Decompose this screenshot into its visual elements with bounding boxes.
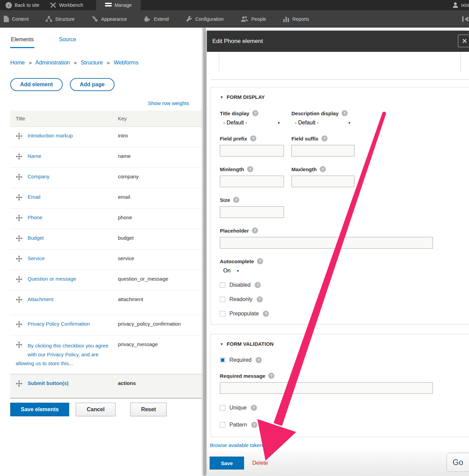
- element-title-link[interactable]: Name: [28, 153, 41, 159]
- user-menu[interactable]: ixisit: [447, 0, 469, 10]
- help-icon[interactable]: ?: [250, 135, 256, 142]
- menu-item-reports[interactable]: Reports: [277, 10, 315, 28]
- drag-handle-icon[interactable]: [16, 276, 22, 283]
- add-page-button[interactable]: Add page: [70, 78, 115, 91]
- show-row-weights-link[interactable]: Show row weights: [148, 100, 189, 106]
- element-key: budget: [118, 235, 202, 243]
- description-display-select[interactable]: - Default -▼: [291, 120, 354, 126]
- help-icon[interactable]: ?: [257, 258, 263, 264]
- element-title-link[interactable]: Question or message: [28, 276, 76, 282]
- element-title-link[interactable]: Introduction markup: [28, 133, 73, 138]
- element-title-link[interactable]: Submit button(s): [28, 380, 69, 386]
- menu-item-extend[interactable]: Extend: [138, 10, 175, 28]
- drag-handle-icon[interactable]: [16, 235, 22, 242]
- help-icon[interactable]: ?: [342, 110, 348, 116]
- help-icon[interactable]: ?: [247, 166, 253, 172]
- element-title-link[interactable]: Budget: [28, 235, 44, 241]
- tab-elements[interactable]: Elements: [10, 36, 34, 48]
- back-to-site-item[interactable]: ‹ Back to site: [0, 0, 45, 10]
- help-icon[interactable]: ?: [251, 405, 257, 411]
- workbench-item[interactable]: Workbench: [45, 0, 89, 10]
- help-icon[interactable]: ?: [252, 110, 258, 116]
- help-icon[interactable]: ?: [320, 166, 326, 172]
- breadcrumb-webforms[interactable]: Webforms: [114, 60, 139, 65]
- element-title-link[interactable]: By clicking this checkbox you agree with…: [16, 343, 108, 366]
- size-input[interactable]: [220, 206, 284, 218]
- element-title-link[interactable]: Attachment: [28, 296, 54, 302]
- browse-tokens-link[interactable]: Browse available tokens.: [210, 442, 267, 448]
- reports-chart-icon: [283, 16, 289, 22]
- field-suffix-input[interactable]: [291, 145, 354, 157]
- minlength-input[interactable]: [220, 176, 284, 187]
- breadcrumb-structure[interactable]: Structure: [81, 60, 103, 65]
- manage-tab[interactable]: Manage: [96, 0, 141, 10]
- drag-handle-icon[interactable]: [16, 341, 22, 357]
- required-checkbox[interactable]: [220, 357, 225, 363]
- element-title-link[interactable]: Email: [28, 194, 41, 200]
- scrollbar-thumb[interactable]: [203, 28, 206, 476]
- drag-handle-icon[interactable]: [16, 153, 22, 160]
- menu-item-content[interactable]: Content: [0, 10, 34, 28]
- form-display-header[interactable]: ▼ FORM DISPLAY: [220, 94, 469, 100]
- prepopulate-checkbox[interactable]: [220, 311, 225, 316]
- help-icon[interactable]: ?: [255, 282, 261, 288]
- required-message-label: Required message?: [220, 373, 433, 379]
- menu-item-structure[interactable]: Structure: [40, 10, 80, 28]
- drag-handle-icon[interactable]: [16, 133, 22, 139]
- tab-source[interactable]: Source: [58, 36, 77, 48]
- menu-item-label: Extend: [154, 16, 169, 22]
- table-header-row: Title Key: [10, 110, 202, 127]
- placeholder-input[interactable]: [220, 237, 433, 249]
- help-icon[interactable]: ?: [233, 197, 239, 203]
- element-title-link[interactable]: Phone: [28, 214, 42, 220]
- menu-item-appearance[interactable]: Appearance: [86, 10, 133, 28]
- menu-item-label: People: [251, 16, 266, 22]
- breadcrumb-home[interactable]: Home: [10, 60, 25, 65]
- autocomplete-select[interactable]: On▼: [220, 268, 243, 274]
- drag-handle-icon[interactable]: [16, 194, 22, 201]
- pattern-checkbox[interactable]: [220, 422, 225, 428]
- element-title-link[interactable]: Service: [28, 255, 45, 261]
- menu-item-configuration[interactable]: Configuration: [180, 10, 229, 28]
- disabled-checkbox[interactable]: [220, 282, 225, 288]
- required-message-input[interactable]: [220, 382, 433, 394]
- drag-handle-icon[interactable]: [16, 214, 22, 221]
- element-title-link[interactable]: Privacy Policy Confirmation: [28, 321, 90, 327]
- drag-handle-icon[interactable]: [16, 380, 22, 387]
- go-button[interactable]: Go: [447, 453, 469, 472]
- save-button[interactable]: Save: [210, 457, 244, 470]
- drag-handle-icon[interactable]: [16, 174, 22, 180]
- help-icon[interactable]: ?: [256, 357, 262, 363]
- menu-item-people[interactable]: People: [235, 10, 272, 28]
- toolbar-orientation-toggle[interactable]: [456, 10, 469, 28]
- help-icon[interactable]: ?: [252, 227, 258, 234]
- page-scrollbar[interactable]: [202, 28, 206, 476]
- reset-button[interactable]: Reset: [130, 403, 167, 416]
- drag-handle-icon[interactable]: [16, 255, 22, 262]
- form-validation-header[interactable]: ▼ FORM VALIDATION: [220, 341, 469, 347]
- pattern-label: Pattern: [229, 422, 247, 428]
- close-icon[interactable]: ×: [458, 34, 469, 47]
- element-title-link[interactable]: Company: [28, 174, 49, 179]
- field-prefix-input[interactable]: [220, 145, 284, 157]
- help-icon[interactable]: ?: [263, 311, 269, 317]
- view-tabs: Elements Source: [10, 36, 202, 48]
- save-elements-button[interactable]: Save elements: [10, 403, 69, 416]
- title-display-select[interactable]: - Default -▼: [220, 120, 284, 126]
- add-element-button[interactable]: Add element: [10, 78, 63, 91]
- help-icon[interactable]: ?: [268, 373, 274, 379]
- help-icon[interactable]: ?: [251, 422, 257, 428]
- unique-checkbox[interactable]: [220, 405, 225, 411]
- readonly-checkbox[interactable]: [220, 297, 225, 302]
- element-key: privacy_policy_confirmation: [118, 321, 202, 329]
- breadcrumb-separator: »: [29, 60, 32, 65]
- drag-handle-icon[interactable]: [16, 321, 22, 328]
- breadcrumb-administration[interactable]: Administration: [35, 60, 70, 65]
- drag-handle-icon[interactable]: [16, 296, 22, 303]
- cancel-button[interactable]: Cancel: [76, 403, 116, 416]
- table-row: Budget budget: [10, 229, 202, 250]
- maxlength-input[interactable]: [291, 176, 354, 187]
- delete-link[interactable]: Delete: [252, 460, 268, 466]
- help-icon[interactable]: ?: [321, 135, 328, 142]
- help-icon[interactable]: ?: [257, 296, 263, 302]
